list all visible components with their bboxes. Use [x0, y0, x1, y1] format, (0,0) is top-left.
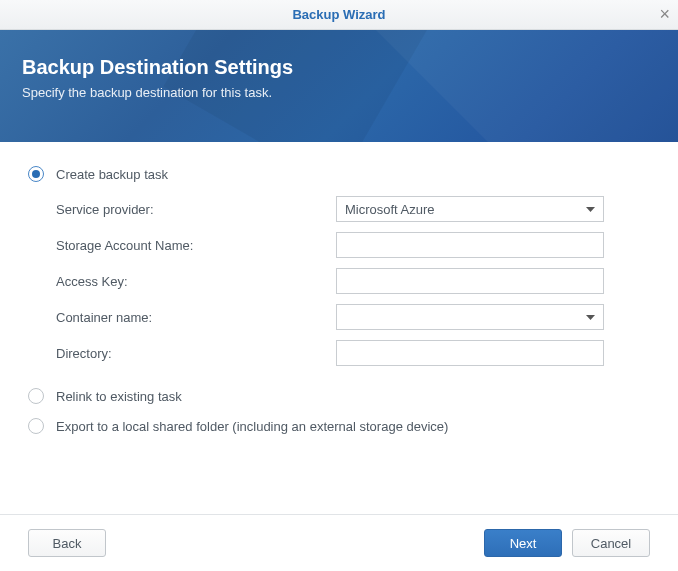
- titlebar: Backup Wizard ×: [0, 0, 678, 30]
- radio-label: Export to a local shared folder (includi…: [56, 419, 448, 434]
- radio-icon: [28, 418, 44, 434]
- content-area: Create backup task Service provider: Mic…: [0, 142, 678, 434]
- chevron-down-icon: [586, 207, 595, 212]
- dropdown-container[interactable]: [336, 304, 604, 330]
- radio-icon: [28, 388, 44, 404]
- dropdown-service-provider[interactable]: Microsoft Azure: [336, 196, 604, 222]
- row-directory: Directory:: [56, 340, 650, 366]
- radio-label: Relink to existing task: [56, 389, 182, 404]
- chevron-down-icon: [586, 315, 595, 320]
- next-button[interactable]: Next: [484, 529, 562, 557]
- label-storage-account: Storage Account Name:: [56, 238, 336, 253]
- page-subtitle: Specify the backup destination for this …: [22, 85, 656, 100]
- input-directory[interactable]: [336, 340, 604, 366]
- dropdown-value: Microsoft Azure: [345, 202, 435, 217]
- row-access-key: Access Key:: [56, 268, 650, 294]
- label-container: Container name:: [56, 310, 336, 325]
- create-backup-form: Service provider: Microsoft Azure Storag…: [28, 196, 650, 366]
- footer: Back Next Cancel: [0, 514, 678, 557]
- option-export-local[interactable]: Export to a local shared folder (includi…: [28, 418, 650, 434]
- window-title: Backup Wizard: [292, 7, 385, 22]
- option-create-backup[interactable]: Create backup task: [28, 166, 650, 182]
- close-icon[interactable]: ×: [659, 5, 670, 23]
- label-access-key: Access Key:: [56, 274, 336, 289]
- back-button[interactable]: Back: [28, 529, 106, 557]
- input-storage-account[interactable]: [336, 232, 604, 258]
- option-relink-existing[interactable]: Relink to existing task: [28, 388, 650, 404]
- radio-icon: [28, 166, 44, 182]
- label-directory: Directory:: [56, 346, 336, 361]
- page-title: Backup Destination Settings: [22, 56, 656, 79]
- input-access-key[interactable]: [336, 268, 604, 294]
- row-service-provider: Service provider: Microsoft Azure: [56, 196, 650, 222]
- cancel-button[interactable]: Cancel: [572, 529, 650, 557]
- radio-label: Create backup task: [56, 167, 168, 182]
- row-storage-account: Storage Account Name:: [56, 232, 650, 258]
- row-container: Container name:: [56, 304, 650, 330]
- banner: Backup Destination Settings Specify the …: [0, 30, 678, 142]
- label-service-provider: Service provider:: [56, 202, 336, 217]
